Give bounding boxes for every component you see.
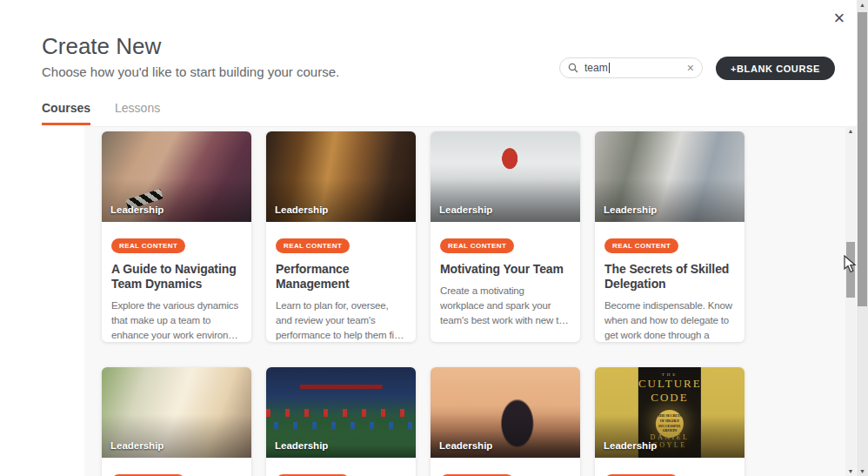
course-card-culture-code[interactable]: THE CULTURE CODE THE SECRETS OF HIGHLY S… [595, 367, 744, 476]
course-card-image: Leadership [102, 131, 251, 222]
page-subtitle: Choose how you'd like to start building … [42, 64, 339, 79]
scroll-down-icon[interactable]: ▼ [857, 468, 868, 474]
course-title: Performance Management [276, 262, 406, 292]
course-card-image: Leadership [266, 367, 416, 458]
clear-search-icon[interactable]: × [687, 62, 694, 74]
real-content-badge: REAL CONTENT [111, 238, 185, 253]
search-value: team [584, 62, 608, 74]
real-content-badge: REAL CONTENT [276, 238, 350, 253]
search-icon [568, 63, 578, 73]
page-title: Create New [42, 33, 161, 60]
tab-courses[interactable]: Courses [42, 101, 90, 125]
text-caret [609, 63, 610, 73]
category-label: Leadership [439, 204, 492, 215]
book-title-line1: CULTURE [638, 377, 701, 391]
course-card-team-dynamics[interactable]: Leadership REAL CONTENT A Guide to Navig… [102, 131, 251, 342]
category-label: Leadership [439, 440, 492, 451]
course-title: A Guide to Navigating Team Dynamics [111, 262, 242, 292]
create-new-modal: Create New Choose how you'd like to star… [0, 0, 868, 476]
course-description: Explore the various dynamics that make u… [111, 298, 242, 342]
course-description: Create a motivating workplace and spark … [440, 284, 571, 328]
course-card-skilled-delegation[interactable]: Leadership REAL CONTENT The Secrets of S… [595, 131, 744, 342]
category-label: Leadership [110, 440, 164, 451]
scroll-down-icon[interactable]: ▼ [845, 468, 856, 474]
category-label: Leadership [275, 440, 328, 451]
course-title: Motivating Your Team [440, 262, 571, 277]
course-results-panel: Leadership REAL CONTENT A Guide to Navig… [84, 126, 857, 476]
course-card-row2-1[interactable]: Leadership REAL CONTENT [102, 367, 251, 476]
tab-bar: Courses Lessons [42, 101, 160, 125]
course-card-image: THE CULTURE CODE THE SECRETS OF HIGHLY S… [595, 367, 744, 458]
course-card-motivating-your-team[interactable]: Leadership REAL CONTENT Motivating Your … [431, 131, 580, 342]
course-card-image: Leadership [102, 367, 251, 458]
course-card-performance-management[interactable]: Leadership REAL CONTENT Performance Mana… [266, 131, 416, 342]
course-card-grid: Leadership REAL CONTENT A Guide to Navig… [102, 131, 744, 476]
panel-scrollbar-thumb[interactable] [846, 242, 855, 298]
real-content-badge: REAL CONTENT [604, 238, 678, 253]
course-card-row2-3[interactable]: Leadership REAL CONTENT [431, 367, 580, 476]
category-label: Leadership [604, 440, 657, 451]
scroll-up-icon[interactable]: ▲ [857, 2, 868, 8]
course-card-row2-2[interactable]: Leadership REAL CONTENT [266, 367, 416, 476]
scroll-up-icon[interactable]: ▲ [845, 128, 856, 134]
course-description: Learn to plan for, oversee, and review y… [276, 298, 406, 342]
category-label: Leadership [110, 204, 164, 215]
book-circle-text: THE SECRETS OF HIGHLY SUCCESSFUL GROUPS [656, 410, 684, 438]
course-card-image: Leadership [431, 367, 580, 458]
panel-scrollbar[interactable]: ▲ ▼ [845, 126, 856, 476]
window-scrollbar[interactable]: ▲ ▼ [857, 0, 868, 476]
course-card-image: Leadership [595, 131, 744, 222]
close-icon[interactable]: × [828, 7, 851, 30]
book-title-line2: CODE [638, 391, 701, 405]
course-description: Become indispensable. Know when and how … [604, 298, 735, 342]
course-card-image: Leadership [266, 131, 416, 222]
window-scrollbar-thumb[interactable] [858, 12, 867, 306]
real-content-badge: REAL CONTENT [440, 238, 514, 253]
tab-lessons[interactable]: Lessons [115, 101, 160, 125]
book-header-text: THE [638, 372, 701, 377]
blank-course-button[interactable]: +BLANK COURSE [716, 57, 835, 80]
course-title: The Secrets of Skilled Delegation [604, 262, 735, 292]
search-input[interactable]: team × [559, 57, 703, 78]
category-label: Leadership [275, 204, 328, 215]
course-card-image: Leadership [431, 131, 580, 222]
category-label: Leadership [604, 204, 657, 215]
